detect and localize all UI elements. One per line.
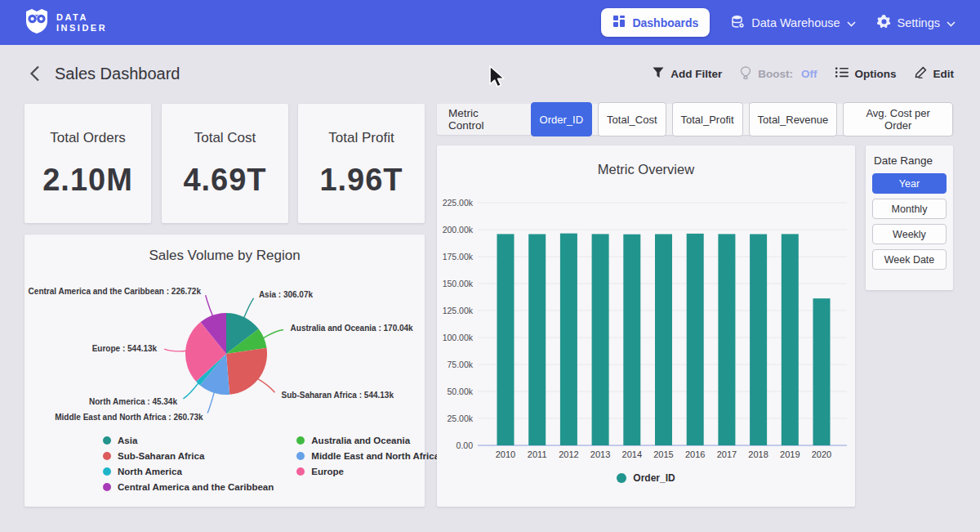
bar-chart-title: Metric Overview [437, 145, 855, 177]
bar-2020[interactable] [813, 298, 831, 445]
pie-chart-title: Sales Volume by Region [24, 235, 425, 264]
pie-slice-label-europe: Europe : 544.13k [92, 344, 158, 353]
bar-2016[interactable] [687, 234, 704, 445]
metric-option-total-cost[interactable]: Total_Cost [598, 102, 666, 136]
pie-slice-label-north-america: North America : 45.34k [89, 397, 177, 406]
bar-2014[interactable] [623, 235, 640, 445]
pie-leader-line [257, 378, 275, 392]
gear-icon [877, 15, 891, 31]
bar-2017[interactable] [718, 234, 735, 445]
data-warehouse-menu[interactable]: Data Warehouse [731, 15, 855, 31]
y-tick-label: 50.00k [447, 387, 473, 396]
bar-2015[interactable] [655, 235, 672, 446]
kpi-value: 4.69T [183, 163, 266, 198]
kpi-label: Total Profit [328, 130, 394, 146]
legend-item-europe[interactable]: Europe [296, 467, 439, 476]
legend-label: Middle East and North Africa [311, 451, 439, 461]
date-range-option-monthly[interactable]: Monthly [872, 199, 947, 219]
bar-chart[interactable]: 225.00k200.00k175.00k150.00k125.00k100.0… [437, 186, 855, 468]
x-tick-label-2010: 2010 [496, 449, 515, 459]
legend-item-central-america-and-the-caribbean[interactable]: Central America and the Caribbean [103, 482, 274, 492]
options-list-icon [835, 67, 849, 80]
legend-dot [296, 467, 305, 476]
add-filter-button[interactable]: Add Filter [653, 67, 722, 81]
y-tick-label: 100.00k [443, 333, 474, 342]
brand: DATA INSIDER [24, 8, 107, 38]
legend-item-middle-east-and-north-africa[interactable]: Middle East and North Africa [296, 451, 439, 461]
settings-menu[interactable]: Settings [877, 15, 956, 31]
pie-slice-sub-saharan-africa[interactable] [226, 348, 267, 395]
pie-leader-line [206, 295, 213, 316]
database-icon [731, 15, 745, 31]
pie-slice-label-middle-east-and-north-africa: Middle East and North Africa : 260.73k [55, 413, 203, 422]
bar-chart-legend: Order_ID [437, 472, 855, 484]
y-tick-label: 0.00 [457, 440, 474, 450]
pie-slice-label-central-america-and-the-caribbean: Central America and the Caribbean : 226.… [29, 287, 202, 296]
pie-chart-legend: AsiaSub-Saharan AfricaNorth AmericaCentr… [103, 436, 439, 492]
edit-label: Edit [933, 68, 955, 80]
dashboards-button[interactable]: Dashboards [601, 8, 710, 37]
metric-option-order-id[interactable]: Order_ID [531, 102, 592, 136]
legend-item-australia-and-oceania[interactable]: Australia and Oceania [296, 436, 439, 445]
x-tick-label-2012: 2012 [559, 449, 578, 459]
bar-2019[interactable] [782, 234, 799, 445]
y-tick-label: 225.00k [443, 198, 474, 208]
back-button[interactable] [26, 62, 43, 85]
edit-button[interactable]: Edit [915, 66, 955, 81]
metric-control-label: Metric Control [448, 107, 517, 132]
pie-slice-label-sub-saharan-africa: Sub-Saharan Africa : 544.13k [282, 391, 394, 400]
y-tick-label: 150.00k [443, 279, 474, 288]
legend-label: Sub-Saharan Africa [118, 451, 204, 461]
legend-item-north-america[interactable]: North America [103, 467, 274, 476]
legend-item-order-id[interactable]: Order_ID [617, 472, 675, 484]
pie-leader-line [207, 391, 215, 414]
pie-leader-line [164, 349, 187, 351]
legend-dot [103, 483, 111, 491]
boost-balloon-icon [740, 66, 751, 82]
toolbar-actions: Add Filter Boost: Off [653, 66, 954, 82]
pie-leader-line [243, 298, 253, 319]
legend-dot [103, 452, 111, 460]
pie-slice-label-australia-and-oceania: Australia and Oceania : 170.04k [291, 324, 414, 333]
dashboard-toolbar: Sales Dashboard Add Filter Boost: Off [0, 45, 980, 102]
brand-line1: DATA [56, 12, 107, 23]
metric-option-total-profit[interactable]: Total_Profit [672, 102, 743, 136]
brand-line2: INSIDER [56, 23, 107, 34]
bar-2010[interactable] [497, 234, 514, 445]
y-tick-label: 175.00k [443, 252, 474, 262]
y-tick-label: 125.00k [443, 306, 474, 315]
bar-2018[interactable] [750, 235, 767, 446]
date-range-option-week-date[interactable]: Week Date [872, 249, 947, 270]
boost-toggle[interactable]: Boost: Off [740, 66, 817, 82]
x-tick-label-2016: 2016 [685, 449, 705, 459]
y-tick-label: 200.00k [443, 225, 474, 235]
bar-2011[interactable] [528, 235, 546, 446]
metric-option-avg-cost-per-order[interactable]: Avg. Cost per Order [843, 102, 953, 136]
metric-option-total-revenue[interactable]: Total_Revenue [749, 102, 838, 136]
legend-dot [103, 436, 111, 445]
legend-item-sub-saharan-africa[interactable]: Sub-Saharan Africa [103, 451, 274, 461]
chevron-down-icon [847, 16, 856, 29]
legend-item-asia[interactable]: Asia [103, 436, 274, 445]
kpi-value: 2.10M [42, 163, 133, 198]
date-range-option-weekly[interactable]: Weekly [872, 224, 947, 244]
add-filter-label: Add Filter [670, 68, 722, 80]
sales-dashboard-screen: DATA INSIDER Dashboards [0, 0, 980, 532]
legend-label: Order_ID [633, 472, 675, 484]
dashboards-label: Dashboards [632, 16, 698, 29]
pie-slice-label-asia: Asia : 306.07k [259, 290, 314, 299]
bar-2013[interactable] [592, 234, 609, 445]
metric-control-options: Order_IDTotal_CostTotal_ProfitTotal_Reve… [531, 102, 953, 136]
metric-control-bar: Metric Control Order_IDTotal_CostTotal_P… [437, 104, 953, 135]
x-tick-label-2019: 2019 [780, 449, 800, 459]
legend-label: North America [118, 467, 182, 476]
kpi-card-total-profit: Total Profit 1.96T [298, 104, 425, 223]
settings-label: Settings [898, 16, 940, 29]
options-button[interactable]: Options [835, 67, 897, 80]
bar-2012[interactable] [560, 234, 577, 445]
boost-label: Boost: [758, 68, 793, 80]
pie-chart[interactable]: Asia : 306.07kAustralia and Oceania : 17… [24, 271, 425, 435]
filter-funnel-icon [653, 67, 664, 81]
top-nav-items: Dashboards Data Warehouse [601, 8, 956, 37]
date-range-option-year[interactable]: Year [872, 173, 947, 194]
